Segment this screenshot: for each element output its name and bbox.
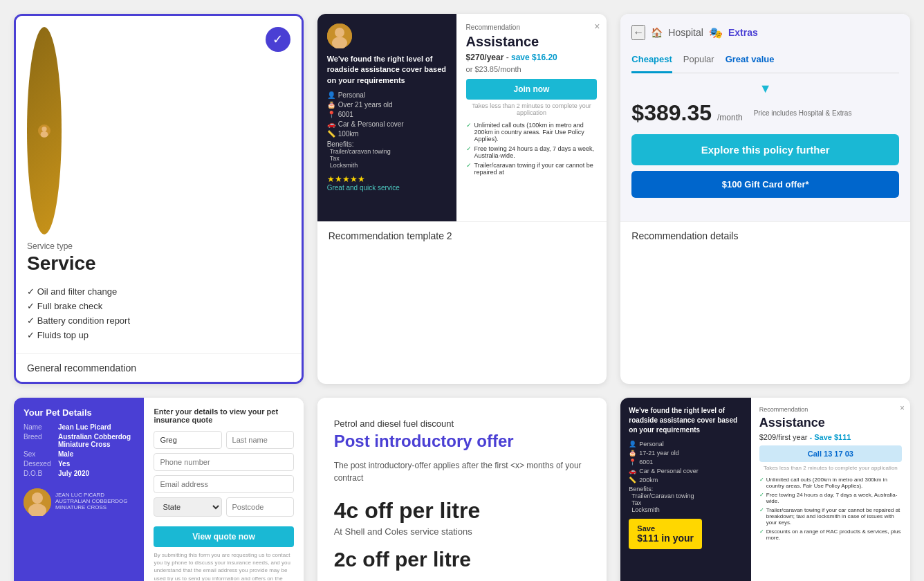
card6-right: Recommendation × Assistance $209/first y… — [751, 398, 910, 581]
card-grid: ✓ Service type Service Oil and filter ch… — [14, 14, 910, 581]
list-item: Full brake check — [27, 299, 290, 313]
pet-title: Your Pet Details — [24, 407, 134, 418]
offer-amount1: 4c off per litre — [334, 498, 591, 524]
state-select[interactable]: State — [154, 497, 221, 517]
back-button[interactable]: ← — [631, 25, 645, 40]
card4-left: Your Pet Details Name Jean Luc Picard Br… — [14, 398, 144, 581]
info-row-age: 🎂 Over 21 years old — [327, 101, 447, 109]
card-recommendation-template-2: We've found the right level of roadside … — [317, 14, 607, 384]
list-item: Oil and filter change — [27, 284, 290, 299]
takes-time: Takes less than 2 minutes to complete yo… — [759, 465, 902, 471]
price-row: $389.35 /month Price includes Hospital &… — [631, 100, 899, 126]
info-row-distance: 📏 200km — [629, 477, 742, 483]
takes-time: Takes less than 2 minutes to complete yo… — [466, 102, 598, 116]
rec-title: Assistance — [759, 416, 902, 430]
price-includes: Price includes Hospital & Extras — [754, 109, 852, 117]
card-general-recommendation: ✓ Service type Service Oil and filter ch… — [14, 14, 304, 384]
tab-popular[interactable]: Popular — [683, 51, 714, 67]
card5-preview: Petrol and diesel fuel discount Post int… — [317, 398, 607, 581]
card2-left: We've found the right level of roadside … — [317, 14, 456, 221]
last-name-input[interactable] — [226, 431, 294, 449]
benefits-list: Trailer/caravan towing Tax Locksmith — [327, 148, 447, 169]
info-row-code: 📍 6001 — [629, 459, 742, 465]
postcode-input[interactable] — [226, 497, 294, 517]
email-input[interactable] — [154, 475, 293, 493]
card3-price: $389.35 — [631, 100, 712, 126]
card3-preview: ← 🏠 Hospital 🎭 Extras Cheapest Popular G… — [620, 14, 910, 221]
rec-label: Recommendation — [466, 24, 598, 31]
pet-sex-row: Sex Male — [24, 450, 134, 458]
info-row-personal: 👤 Personal — [629, 441, 742, 448]
view-quote-button[interactable]: View quote now — [154, 526, 293, 547]
card3-nav: ← 🏠 Hospital 🎭 Extras — [631, 25, 899, 40]
benefits-label: Benefits: — [327, 140, 447, 148]
card6-headline: We've found the right level of roadside … — [629, 406, 742, 435]
first-name-input[interactable] — [154, 431, 221, 449]
check-item: Trailer/caravan towing if your car canno… — [466, 160, 598, 177]
gift-card-button[interactable]: $100 Gift Card offer* — [631, 171, 899, 198]
rec-label: Recommendation — [759, 406, 902, 413]
pet-name-row: Name Jean Luc Picard — [24, 423, 134, 431]
tab-great-value[interactable]: Great value — [726, 51, 775, 67]
join-now-button[interactable]: Join now — [466, 79, 598, 100]
close-icon[interactable]: × — [900, 403, 905, 413]
save-badge: Save$111 in your — [629, 519, 702, 549]
call-button[interactable]: Call 13 17 03 — [759, 445, 902, 462]
card4-preview: Your Pet Details Name Jean Luc Picard Br… — [14, 398, 304, 581]
explore-policy-button[interactable]: Explore this policy further — [631, 134, 899, 165]
list-item: Battery condition report — [27, 313, 290, 328]
close-icon[interactable]: × — [594, 21, 600, 32]
name-input-row — [154, 431, 293, 449]
card-recommendation-details: ← 🏠 Hospital 🎭 Extras Cheapest Popular G… — [620, 14, 910, 384]
offer-title: Post introductory offer — [334, 432, 591, 451]
card6-left: We've found the right level of roadside … — [620, 398, 750, 581]
info-row-cover: 🚗 Car & Personal cover — [327, 120, 447, 128]
card4-right: Enter your details to view your pet insu… — [144, 398, 303, 581]
check-item: Unlimited call outs (100km in metro and … — [466, 120, 598, 144]
arrow-down-icon: ▼ — [631, 82, 899, 96]
card-offer: Petrol and diesel fuel discount Post int… — [317, 398, 607, 581]
disclaimer: By submitting this form you are requesti… — [154, 551, 293, 581]
card3-footer: Recommendation details — [620, 221, 910, 250]
price-month: or $23.85/month — [466, 65, 598, 73]
card2-preview: We've found the right level of roadside … — [317, 14, 607, 221]
list-item: Fluids top up — [27, 328, 290, 342]
offer-sub: At Shell and Coles service stations — [334, 526, 591, 537]
rec-title: Assistance — [466, 34, 598, 50]
info-row-cover: 🚗 Car & Personal cover — [629, 468, 742, 474]
svg-point-4 — [335, 28, 344, 37]
pet-name-tag: JEAN LUC PICARDAUSTRALIAN COBBERDOG MINI… — [55, 492, 134, 510]
card1-preview: ✓ Service type Service Oil and filter ch… — [16, 16, 302, 353]
hospital-label: Hospital — [668, 27, 703, 38]
benefits-list: Benefits: Trailer/Caravan towing Tax Loc… — [629, 486, 742, 513]
check-item: Free towing 24 hours a day, 7 days a wee… — [466, 144, 598, 160]
check-item-2: Free towing 24 hours a day, 7 days a wee… — [759, 490, 902, 506]
card6-preview: We've found the right level of roadside … — [620, 398, 910, 581]
check-item-1: Unlimited call outs (200km in metro and … — [759, 475, 902, 490]
extras-label: Extras — [728, 27, 758, 38]
per-month-label: /month — [717, 113, 743, 122]
pet-desexed-row: Desexed Yes — [24, 460, 134, 468]
offer-top-label: Petrol and diesel fuel discount — [334, 418, 591, 429]
selected-checkmark: ✓ — [266, 27, 290, 52]
card-recommendation-template-3: We've found the right level of roadside … — [620, 398, 910, 581]
tab-cheapest[interactable]: Cheapest — [631, 51, 672, 67]
phone-input[interactable] — [154, 453, 293, 471]
info-row-personal: 👤 Personal — [327, 91, 447, 99]
pet-breed-row: Breed Australian Cobberdog Miniature Cro… — [24, 433, 134, 448]
enter-label: Enter your details to view your pet insu… — [154, 407, 293, 424]
info-row-code: 📍 6001 — [327, 111, 447, 118]
card2-right: Recommendation × Assistance $270/year - … — [456, 14, 607, 221]
avatar — [27, 27, 62, 234]
check-item-4: Discounts on a range of RAC products & s… — [759, 527, 902, 542]
pet-avatar-area: JEAN LUC PICARDAUSTRALIAN COBBERDOG MINI… — [24, 483, 134, 516]
offer-desc: The post introductory-offer applies afte… — [334, 459, 591, 484]
svg-point-7 — [32, 492, 43, 504]
great-text: Great and quick service — [327, 184, 447, 192]
price-main: $270/year - save $16.20 — [466, 53, 598, 62]
service-type-label: Service type — [27, 241, 290, 251]
location-input-row: State — [154, 497, 293, 517]
info-row-age: 🎂 17-21 year old — [629, 450, 742, 456]
card3-tabs: Cheapest Popular Great value — [631, 51, 899, 73]
info-row-distance: 📏 100km — [327, 130, 447, 138]
